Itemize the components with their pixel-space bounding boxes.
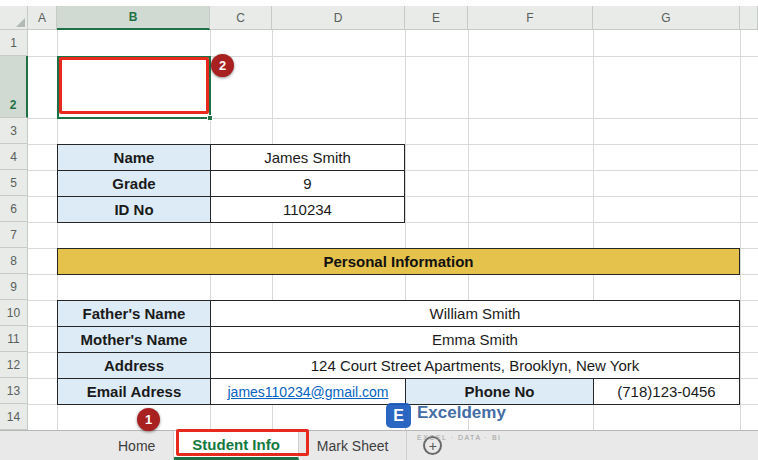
table-row: Address 124 Court Street Apartments, Bro… [58, 352, 739, 378]
annotation-rect-cell [59, 57, 209, 114]
exceldemy-watermark: E Exceldemy EXCEL · DATA · BI [386, 403, 506, 441]
fathers-name-label-cell[interactable]: Father's Name [58, 301, 210, 326]
name-value-cell[interactable]: James Smith [210, 145, 404, 170]
column-header-C[interactable]: C [210, 6, 272, 30]
watermark-name: Exceldemy [417, 403, 506, 423]
table-row: Father's Name William Smith [58, 301, 739, 326]
excel-window: ABCDEFG1234567891011121314 Name James Sm… [0, 0, 758, 460]
row-header-10[interactable]: 10 [0, 300, 28, 326]
row-header-7[interactable]: 7 [0, 222, 28, 248]
email-link[interactable]: james110234@gmail.com [210, 379, 405, 404]
column-header-D[interactable]: D [272, 6, 405, 30]
column-header-F[interactable]: F [468, 6, 593, 30]
personal-information-header[interactable]: Personal Information [57, 248, 740, 275]
grade-label-cell[interactable]: Grade [58, 171, 210, 196]
student-summary-table: Name James Smith Grade 9 ID No 110234 [57, 144, 405, 223]
column-header-A[interactable]: A [28, 6, 57, 30]
address-value-cell[interactable]: 124 Court Street Apartments, Brooklyn, N… [210, 353, 739, 378]
name-label-cell[interactable]: Name [58, 145, 210, 170]
address-label-cell[interactable]: Address [58, 353, 210, 378]
row-header-1[interactable]: 1 [0, 30, 28, 56]
sheet-tab-bar: Home Student Info Mark Sheet + [0, 430, 758, 460]
row-header-12[interactable]: 12 [0, 352, 28, 378]
row-header-3[interactable]: 3 [0, 118, 28, 144]
table-row: Grade 9 [58, 170, 404, 196]
grade-value-cell[interactable]: 9 [210, 171, 404, 196]
personal-information-table: Father's Name William Smith Mother's Nam… [57, 300, 740, 405]
mothers-name-value-cell[interactable]: Emma Smith [210, 327, 739, 352]
annotation-badge-2: 2 [211, 54, 234, 77]
row-header-14[interactable]: 14 [0, 404, 28, 430]
row-header-6[interactable]: 6 [0, 196, 28, 222]
row-header-2[interactable]: 2 [0, 56, 28, 118]
gridline-vertical [740, 30, 741, 430]
fill-handle[interactable] [207, 115, 213, 121]
annotation-rect-tab [176, 429, 309, 456]
column-header-B[interactable]: B [57, 6, 210, 30]
annotation-badge-1: 1 [137, 408, 160, 431]
table-row: Name James Smith [58, 145, 404, 170]
row-header-13[interactable]: 13 [0, 378, 28, 404]
row-header-5[interactable]: 5 [0, 170, 28, 196]
column-header-extra[interactable] [740, 6, 758, 30]
row-header-4[interactable]: 4 [0, 144, 28, 170]
table-row: Email Adress james110234@gmail.com Phone… [58, 378, 739, 404]
mothers-name-label-cell[interactable]: Mother's Name [58, 327, 210, 352]
table-row: Mother's Name Emma Smith [58, 326, 739, 352]
row-header-11[interactable]: 11 [0, 326, 28, 352]
phone-label-cell[interactable]: Phone No [405, 379, 593, 404]
table-row: ID No 110234 [58, 196, 404, 222]
sheet-tab-home[interactable]: Home [100, 431, 174, 460]
email-label-cell[interactable]: Email Adress [58, 379, 210, 404]
watermark-tagline: EXCEL · DATA · BI [417, 434, 506, 441]
row-header-9[interactable]: 9 [0, 274, 28, 300]
row-header-8[interactable]: 8 [0, 248, 28, 274]
column-header-G[interactable]: G [593, 6, 740, 30]
idno-value-cell[interactable]: 110234 [210, 197, 404, 222]
column-header-E[interactable]: E [405, 6, 468, 30]
idno-label-cell[interactable]: ID No [58, 197, 210, 222]
select-all-corner[interactable] [0, 6, 28, 30]
tab-bar-spacer [0, 431, 100, 460]
phone-value-cell[interactable]: (718)123-0456 [593, 379, 739, 404]
exceldemy-logo-icon: E [386, 403, 411, 428]
fathers-name-value-cell[interactable]: William Smith [210, 301, 739, 326]
